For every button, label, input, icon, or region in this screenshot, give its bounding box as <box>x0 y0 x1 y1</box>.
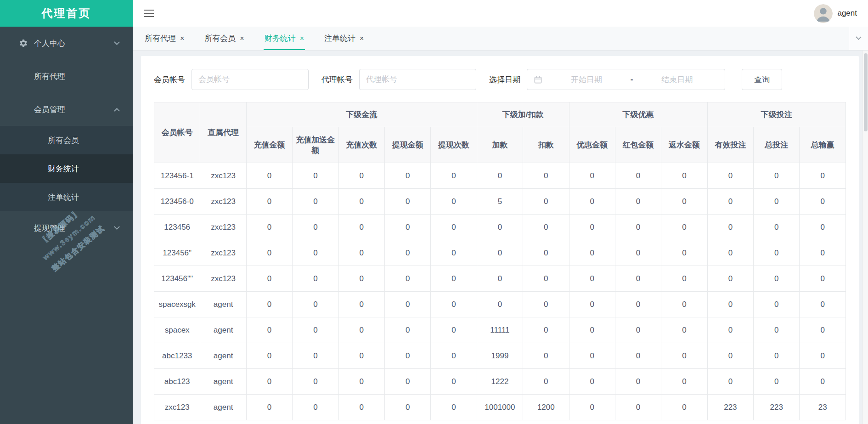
sidebar-item-personal-center[interactable]: 个人中心 <box>0 27 133 60</box>
cell-value: 0 <box>569 395 615 420</box>
table-row: 123456zxc1230000000000000 <box>154 215 846 240</box>
cell-value: 0 <box>707 189 753 215</box>
cell-value: 0 <box>754 343 800 369</box>
hamburger-menu-icon[interactable] <box>144 10 154 17</box>
cell-value: 0 <box>246 266 292 292</box>
cell-value: 0 <box>431 343 477 369</box>
cell-value: 0 <box>338 266 384 292</box>
chevron-down-icon <box>115 223 119 232</box>
cell-direct-agent: agent <box>200 317 246 343</box>
sidebar-item-member-management[interactable]: 会员管理 <box>0 93 133 126</box>
gear-icon <box>18 38 28 48</box>
user-menu[interactable]: agent <box>814 4 857 23</box>
cell-member-account: spacexsgk <box>154 292 200 317</box>
cell-value: 0 <box>707 369 753 395</box>
table-row: abc1233agent0000019990000000 <box>154 343 846 369</box>
cell-value: 0 <box>384 317 430 343</box>
scrollbar-thumb[interactable] <box>864 53 868 131</box>
cell-value: 0 <box>523 292 569 317</box>
cell-value: 0 <box>661 215 707 240</box>
column-header: 充值次数 <box>338 127 384 163</box>
cell-value: 0 <box>800 215 846 240</box>
cell-value: 0 <box>246 395 292 420</box>
cell-value: 0 <box>293 215 338 240</box>
cell-value: 0 <box>293 240 338 266</box>
cell-value: 1001000 <box>477 395 523 420</box>
cell-value: 0 <box>523 163 569 189</box>
sidebar-item-withdrawal-management[interactable]: 提现管理 <box>0 211 133 244</box>
table-row: spacexagent00000111110000000 <box>154 317 846 343</box>
avatar[interactable] <box>814 4 833 23</box>
table-subheader-row: 充值金额充值加送金额充值次数提现金额提现次数加款扣款优惠金额红包金额返水金额有效… <box>154 127 846 163</box>
close-icon[interactable]: × <box>240 35 244 42</box>
filter-bar: 会员帐号 代理帐号 选择日期 开始日期 - 结束日期 查询 <box>154 69 846 90</box>
group-header-betting: 下级投注 <box>707 102 845 127</box>
close-icon[interactable]: × <box>180 35 184 42</box>
cell-value: 0 <box>754 215 800 240</box>
group-header-cashflow: 下级金流 <box>246 102 477 127</box>
cell-value: 0 <box>384 369 430 395</box>
tab-finance-stats[interactable]: 财务统计 × <box>262 27 307 50</box>
cell-value: 5 <box>477 189 523 215</box>
agent-account-input[interactable] <box>359 69 476 90</box>
cell-value: 0 <box>246 240 292 266</box>
cell-direct-agent: agent <box>200 343 246 369</box>
sidebar-item-bet-stats[interactable]: 注单统计 <box>0 183 133 211</box>
table-row: 123456-1zxc1230000000000000 <box>154 163 846 189</box>
end-date-placeholder: 结束日期 <box>636 74 718 85</box>
column-header: 充值加送金额 <box>293 127 338 163</box>
cell-value: 0 <box>707 317 753 343</box>
cell-value: 0 <box>338 317 384 343</box>
finance-stats-panel: 会员帐号 代理帐号 选择日期 开始日期 - 结束日期 查询 <box>141 56 859 424</box>
cell-value: 0 <box>569 266 615 292</box>
cell-value: 223 <box>754 395 800 420</box>
top-bar: agent <box>133 0 868 27</box>
tab-all-agents[interactable]: 所有代理 × <box>142 27 187 50</box>
tab-label: 财务统计 <box>265 33 296 44</box>
cell-value: 0 <box>523 369 569 395</box>
cell-value: 0 <box>569 240 615 266</box>
cell-value: 0 <box>477 240 523 266</box>
cell-value: 0 <box>523 215 569 240</box>
sidebar-item-label: 所有代理 <box>34 71 119 82</box>
cell-value: 0 <box>338 189 384 215</box>
tabbar-collapse-button[interactable] <box>849 27 868 50</box>
close-icon[interactable]: × <box>360 35 364 42</box>
cell-value: 0 <box>431 395 477 420</box>
cell-value: 0 <box>246 317 292 343</box>
cell-value: 0 <box>661 266 707 292</box>
cell-value: 0 <box>615 292 661 317</box>
cell-value: 0 <box>569 343 615 369</box>
cell-direct-agent: zxc123 <box>200 266 246 292</box>
cell-value: 0 <box>800 240 846 266</box>
sidebar-item-all-members[interactable]: 所有会员 <box>0 126 133 154</box>
cell-value: 0 <box>293 163 338 189</box>
cell-value: 0 <box>707 163 753 189</box>
app-title: 代理首页 <box>0 0 133 27</box>
cell-value: 223 <box>707 395 753 420</box>
tab-all-members[interactable]: 所有会员 × <box>202 27 247 50</box>
cell-value: 0 <box>754 317 800 343</box>
content-area: 会员帐号 代理帐号 选择日期 开始日期 - 结束日期 查询 <box>133 51 868 424</box>
column-header: 提现金额 <box>384 127 430 163</box>
date-range-picker[interactable]: 开始日期 - 结束日期 <box>527 69 725 90</box>
member-account-input[interactable] <box>192 69 309 90</box>
query-button[interactable]: 查询 <box>742 69 782 90</box>
tab-bet-stats[interactable]: 注单统计 × <box>321 27 366 50</box>
cell-value: 0 <box>615 266 661 292</box>
cell-value: 0 <box>384 163 430 189</box>
cell-value: 0 <box>569 189 615 215</box>
cell-value: 0 <box>431 240 477 266</box>
cell-value: 0 <box>338 369 384 395</box>
vertical-scrollbar[interactable] <box>862 51 868 424</box>
sidebar-item-finance-stats[interactable]: 财务统计 <box>0 154 133 183</box>
close-icon[interactable]: × <box>300 35 304 42</box>
cell-value: 0 <box>569 163 615 189</box>
cell-value: 0 <box>661 292 707 317</box>
cell-value: 0 <box>293 317 338 343</box>
cell-member-account: 123456" <box>154 240 200 266</box>
cell-value: 0 <box>661 163 707 189</box>
cell-value: 0 <box>754 266 800 292</box>
sidebar-item-all-agents[interactable]: 所有代理 <box>0 60 133 93</box>
cell-value: 0 <box>523 266 569 292</box>
